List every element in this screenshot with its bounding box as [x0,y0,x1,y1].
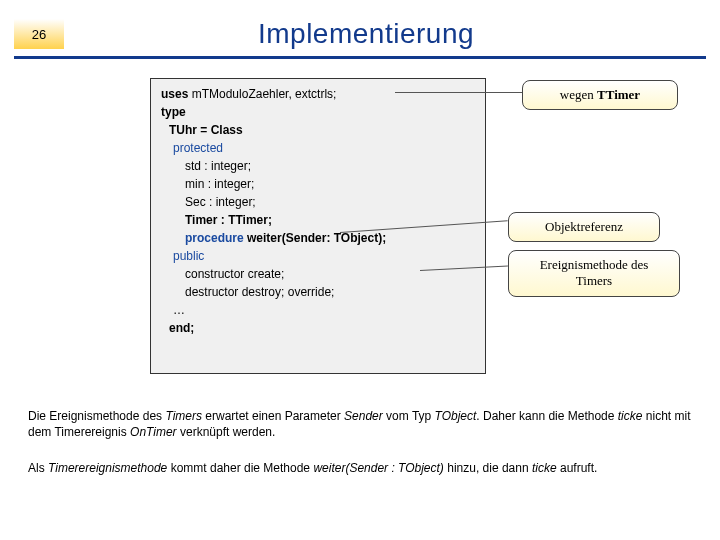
keyword-protected: protected [161,139,475,157]
text: hinzu, die dann [444,461,532,475]
text-italic: ticke [618,409,643,423]
text: kommt daher die Methode [167,461,313,475]
keyword-public: public [161,247,475,265]
field-min: min : integer; [161,175,475,193]
page-title: Implementierung [76,18,706,50]
text-italic: weiter(Sender : TObject) [313,461,444,475]
text: verknüpft werden. [177,425,276,439]
text-italic: Sender [344,409,383,423]
text-italic: Timerereignismethode [48,461,167,475]
text: aufruft. [557,461,598,475]
keyword-procedure: procedure [185,231,244,245]
text: vom Typ [383,409,435,423]
procedure-signature: weiter(Sender: TObject); [244,231,386,245]
slide-header: 26 Implementierung [14,18,706,59]
ellipsis: … [161,301,475,319]
uses-list: mTModuloZaehler, extctrls; [188,87,336,101]
callout-ereignismethode: Ereignismethode des Timers [508,250,680,297]
class-declaration: TUhr = Class [161,121,475,139]
callout-text-bold: TTimer [597,87,640,102]
text: Als [28,461,48,475]
keyword-end: end; [161,319,475,337]
destructor-line: destructor destroy; override; [161,283,475,301]
text: Die Ereignismethode des [28,409,165,423]
callout-text: wegen [560,87,597,102]
text-italic: TObject [435,409,477,423]
text-italic: OnTimer [130,425,177,439]
paragraph-1: Die Ereignismethode des Timers erwartet … [28,408,692,440]
keyword-type: type [161,103,475,121]
text: . Daher kann die Methode [476,409,617,423]
callout-ttimer: wegen TTimer [522,80,678,110]
text: erwartet einen Parameter [202,409,344,423]
keyword-uses: uses [161,87,188,101]
field-std: std : integer; [161,157,475,175]
slide-number: 26 [14,19,64,49]
callout-objektreferenz: Objektreferenz [508,212,660,242]
paragraph-2: Als Timerereignismethode kommt daher die… [28,460,692,476]
text-italic: Timers [165,409,202,423]
constructor-line: constructor create; [161,265,475,283]
text-italic: ticke [532,461,557,475]
field-sec: Sec : integer; [161,193,475,211]
callout-leader-ttimer [395,92,522,93]
